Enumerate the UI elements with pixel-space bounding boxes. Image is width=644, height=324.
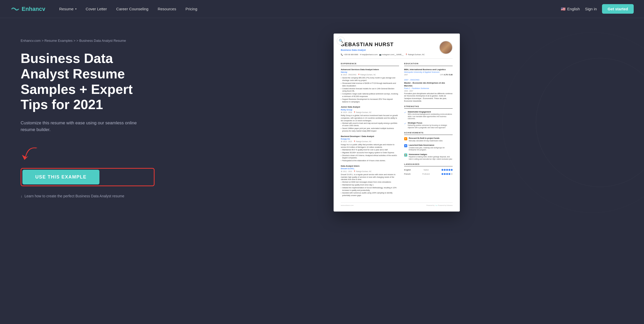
nav-pricing[interactable]: Pricing xyxy=(182,5,201,13)
french-dots xyxy=(442,173,453,175)
edu-degree-2: Master - Économie des Entreprises et des… xyxy=(404,82,453,87)
achievement-icon-3: 🏠 xyxy=(404,153,407,157)
edu-entry-2: 2007 - ONGOING Master - Économie des Ent… xyxy=(404,79,453,102)
zoom-icon[interactable]: 🔍 xyxy=(337,37,345,45)
right-panel: 🔍 SEBASTIAN HURST Business Data Analyst … xyxy=(170,34,623,212)
languages-section-title: LANGUAGES xyxy=(404,163,453,166)
education-section-title: EDUCATION xyxy=(404,62,453,66)
job-desc-3: Koepp Inc is a public utility that provi… xyxy=(341,143,399,162)
logo-link[interactable]: Enhancv xyxy=(10,6,45,12)
language-french: French Proficient xyxy=(404,173,453,175)
page-title: Business Data Analyst Resume Samples + E… xyxy=(21,51,155,112)
edu-meta-2: 2003 - 2007 xyxy=(404,90,453,92)
achievements-section-title: ACHIEVEMENTS xyxy=(404,131,453,135)
resume-header: SEBASTIAN HURST Business Data Analyst 📞 … xyxy=(341,41,453,59)
job-title-2: Junior Data Analyst xyxy=(341,106,399,108)
job-title-1: Advanced Services Data Analyst Intern xyxy=(341,68,399,71)
job-entry-3: Backend Developer / Data Analyst Koepp I… xyxy=(341,135,399,162)
resume-candidate-name: SEBASTIAN HURST xyxy=(341,41,425,48)
nav-resume[interactable]: Resume ▾ xyxy=(56,5,80,13)
learn-more-link[interactable]: ↓ Learn how to create the perfect Busine… xyxy=(21,194,155,198)
job-company-4: Drouet S.A.R.L. xyxy=(341,167,399,170)
cta-area: USE THIS EXAMPLE xyxy=(21,143,155,186)
experience-section-title: EXPERIENCE xyxy=(341,62,399,66)
chevron-down-icon: ▾ xyxy=(75,7,77,10)
job-desc-1: Saved the company $50,000 (7%) every mon… xyxy=(341,77,399,103)
hero-subtitle: Customize this resume with ease using ou… xyxy=(21,120,144,133)
strength-item-1: ✓ Stakeholder Engagement With a technica… xyxy=(404,111,453,120)
job-company-1: Harvey xyxy=(341,71,399,74)
main-content: Enhancv.com > Resume Examples > > Busine… xyxy=(0,18,644,227)
job-desc-2: Reilly Group is a global, full-service i… xyxy=(341,114,399,132)
language-english: English Native xyxy=(404,168,453,171)
job-title-3: Backend Developer / Data Analyst xyxy=(341,135,399,138)
edu-degree-1: BBA, International Business and Logistic… xyxy=(404,68,453,71)
achievement-item-3: 🏠 Homeowner badges Repaired a leaking to… xyxy=(404,153,453,160)
resume-name-block: SEBASTIAN HURST Business Data Analyst 📞 … xyxy=(341,41,425,56)
resume-footer: www.enhancv.com Powered by Powered by En… xyxy=(341,202,453,206)
resume-content: SEBASTIAN HURST Business Data Analyst 📞 … xyxy=(334,34,460,212)
achievement-item-2: ★ Launched Data Governance Created work … xyxy=(404,144,453,151)
job-entry-1: Advanced Services Data Analyst Intern Ha… xyxy=(341,68,399,103)
edu-desc-2: Formation pluri-disciplinaire articulant… xyxy=(404,92,453,102)
nav-links: Resume ▾ Cover Letter Career Counseling … xyxy=(56,5,561,13)
strengths-section-title: STRENGTHS xyxy=(404,105,453,109)
job-meta-2: 🗓 2015 - 2018 📍 Raleigh-Durham, NC xyxy=(341,111,399,114)
job-meta-4: 🗓 2011 - 2013 📍 Raleigh-Durham, NC xyxy=(341,170,399,173)
job-entry-2: Junior Data Analyst Reilly Group 🗓 2015 … xyxy=(341,106,399,132)
resume-contact: 📞 +359 88 888 8888 ✉ help@enhancv.com 📷 … xyxy=(341,53,425,56)
brand-name: Enhancv xyxy=(22,6,45,12)
left-panel: Enhancv.com > Resume Examples > > Busine… xyxy=(21,34,155,198)
check-icon-2: ✓ xyxy=(404,122,406,125)
nav-resources[interactable]: Resources xyxy=(154,5,180,13)
job-desc-4: Drouet S.A.R.L. is a regular parcel serv… xyxy=(341,173,399,197)
flag-icon: 🇺🇸 xyxy=(561,7,566,11)
strength-item-2: ✓ Strategic Focus Delivering positive ou… xyxy=(404,122,453,129)
get-started-button[interactable]: Get started xyxy=(602,4,634,14)
job-company-2: Reilly Group xyxy=(341,109,399,111)
check-icon-1: ✓ xyxy=(404,111,406,114)
english-dots xyxy=(442,169,453,171)
resume-avatar xyxy=(439,41,453,54)
job-meta-1: 🗓 2015 - ONGOING 📍 Raleigh-Durham, NC xyxy=(341,74,399,76)
edu-entry-1: BBA, International Business and Logistic… xyxy=(404,68,453,76)
nav-right: 🇺🇸 English Sign in Get started xyxy=(561,4,634,14)
resume-preview: 🔍 SEBASTIAN HURST Business Data Analyst … xyxy=(334,34,460,212)
red-arrow-icon xyxy=(21,143,41,164)
resume-experience-col: EXPERIENCE Advanced Services Data Analys… xyxy=(341,62,399,199)
edu-school-2-note: 2007 - ONGOING xyxy=(404,79,453,82)
achievement-icon-2: ★ xyxy=(404,144,407,147)
resume-candidate-title: Business Data Analyst xyxy=(341,48,425,52)
achievement-item-1: $ Rescued $1.5mill in project funds Manu… xyxy=(404,137,453,142)
cta-button-wrapper: USE THIS EXAMPLE xyxy=(21,168,155,186)
resume-columns: EXPERIENCE Advanced Services Data Analys… xyxy=(341,62,453,199)
breadcrumb: Enhancv.com > Resume Examples > > Busine… xyxy=(21,39,155,43)
edu-gpa-1: 2007 GPA 4.75 / 5.00 xyxy=(404,74,453,76)
edu-school-2: Paris 1 - Panthéon Sorbonne xyxy=(404,87,453,90)
language-selector[interactable]: 🇺🇸 English xyxy=(561,7,580,11)
nav-career-counseling[interactable]: Career Counseling xyxy=(113,5,152,13)
resume-right-col: EDUCATION BBA, International Business an… xyxy=(404,62,453,199)
job-title-4: Data Analyst Intern xyxy=(341,165,399,167)
job-company-3: Koepp Inc xyxy=(341,138,399,141)
sign-in-link[interactable]: Sign in xyxy=(585,7,597,11)
language-label: English xyxy=(567,7,580,11)
edu-school-1: Metropolis University of Applied Science… xyxy=(404,71,453,74)
job-entry-4: Data Analyst Intern Drouet S.A.R.L. 🗓 20… xyxy=(341,165,399,197)
use-example-button[interactable]: USE THIS EXAMPLE xyxy=(22,170,99,184)
achievement-icon-1: $ xyxy=(404,137,407,140)
arrow-row xyxy=(21,143,155,164)
navbar: Enhancv Resume ▾ Cover Letter Career Cou… xyxy=(0,0,644,18)
nav-cover-letter[interactable]: Cover Letter xyxy=(82,5,111,13)
job-meta-3: 🗓 2013 - 2015 📍 Raleigh-Durham, NC xyxy=(341,140,399,143)
